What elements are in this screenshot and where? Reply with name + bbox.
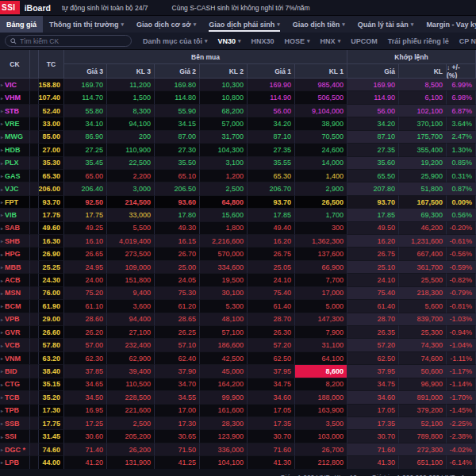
cell-khop-pct[interactable]: -0.82%	[447, 274, 476, 286]
cell-kl1[interactable]: 2,900	[295, 182, 347, 195]
cell-kl1[interactable]: 64,100	[295, 352, 347, 365]
cell-kl1[interactable]: 26,700	[295, 443, 347, 456]
cell-gia1[interactable]: 28.70	[248, 313, 295, 326]
cell-gia1[interactable]: 34.20	[248, 117, 295, 130]
cell-gia3[interactable]: 30.60	[64, 430, 107, 443]
menu-item-3[interactable]: Giao dịch phái sinh▾	[202, 16, 286, 33]
cell-kl3[interactable]: 3,600	[107, 300, 155, 313]
menu-item-2[interactable]: Giao dịch cơ sở▾	[130, 16, 202, 33]
cell-khop-gia[interactable]: 57.20	[347, 339, 399, 351]
ticker-cell[interactable]: ▸TCB	[0, 391, 30, 404]
cell-kl2[interactable]: 5,300	[200, 300, 248, 313]
cell-khop-kl[interactable]: 379,200	[399, 405, 447, 417]
cell-gia1[interactable]: 37.95	[248, 365, 295, 378]
cell-gia2[interactable]: 37.90	[155, 365, 200, 378]
cell-kl3[interactable]: 131,900	[107, 456, 155, 469]
header-ck[interactable]: CK	[0, 50, 30, 79]
ticker-cell[interactable]: ▸VJC	[0, 182, 30, 195]
cell-kl3[interactable]: 62,900	[107, 352, 155, 365]
search-input[interactable]	[20, 37, 126, 45]
cell-khop-pct[interactable]: -1.14%	[447, 378, 476, 391]
cell-khop-kl[interactable]: 361,700	[399, 261, 447, 274]
cell-kl3[interactable]: 109,000	[107, 261, 155, 274]
subheader-3[interactable]: KL 2	[200, 64, 248, 79]
cell-gia2[interactable]: 34.70	[155, 378, 200, 391]
cell-gia3[interactable]: 86.90	[64, 131, 107, 144]
cell-khop-pct[interactable]: -0.81%	[447, 300, 476, 313]
cell-khop-kl[interactable]: 25,500	[399, 274, 447, 286]
cell-kl3[interactable]: 110,900	[107, 144, 155, 156]
cell-kl2[interactable]: 2,500	[200, 182, 248, 195]
row-expand-icon[interactable]: ▸	[1, 278, 3, 283]
cell-gia2[interactable]: 169.80	[155, 79, 200, 91]
cell-kl2[interactable]: 64,800	[200, 196, 248, 209]
cell-khop-kl[interactable]: 355,400	[399, 144, 447, 156]
ticker-cell[interactable]: ▸VCB	[0, 339, 30, 351]
cell-gia3[interactable]: 75.20	[64, 287, 107, 300]
cell-gia2[interactable]: 87.00	[155, 131, 200, 144]
cell-gia2[interactable]: 17.00	[155, 405, 200, 417]
cell-kl3[interactable]: 110,500	[107, 378, 155, 391]
cell-khop-gia[interactable]: 87.10	[347, 131, 399, 144]
row-expand-icon[interactable]: ▸	[1, 147, 3, 152]
cell-gia1[interactable]: 16.20	[248, 235, 295, 248]
cell-gia2[interactable]: 34.15	[155, 117, 200, 130]
ticker-cell[interactable]: ▸VPB	[0, 313, 30, 326]
row-expand-icon[interactable]: ▸	[1, 290, 3, 296]
cell-khop-gia[interactable]: 16.20	[347, 235, 399, 248]
cell-kl2[interactable]: 10,300	[200, 79, 248, 91]
menu-item-5[interactable]: Quản lý tài sản▾	[351, 16, 420, 33]
ticker-cell[interactable]: ▸CTG	[0, 378, 30, 391]
row-expand-icon[interactable]: ▸	[1, 329, 3, 335]
cell-gia3[interactable]: 27.25	[64, 144, 107, 156]
cell-gia2[interactable]: 75.30	[155, 287, 200, 300]
cell-khop-pct[interactable]: -2.38%	[447, 430, 476, 443]
cell-khop-kl[interactable]: 51,800	[399, 182, 447, 195]
cell-gia3[interactable]: 65.00	[64, 170, 107, 182]
tab-vn30[interactable]: VN30▾	[218, 37, 241, 45]
cell-gia2[interactable]: 206.50	[155, 182, 200, 195]
cell-gia2[interactable]: 17.30	[155, 417, 200, 430]
cell-khop-kl[interactable]: 6,100	[399, 91, 447, 104]
cell-gia2[interactable]: 28.65	[155, 313, 200, 326]
cell-khop-pct[interactable]: -0.20%	[447, 222, 476, 235]
cell-gia2[interactable]: 35.50	[155, 157, 200, 170]
cell-khop-pct[interactable]: 0.85%	[447, 157, 476, 170]
row-expand-icon[interactable]: ▸	[1, 134, 3, 140]
cell-kl2[interactable]: 3,100	[200, 157, 248, 170]
row-expand-icon[interactable]: ▸	[1, 238, 3, 244]
ticker-cell[interactable]: ▸MBB	[0, 261, 30, 274]
cell-khop-pct[interactable]: -1.03%	[447, 313, 476, 326]
cell-kl3[interactable]: 205,200	[107, 430, 155, 443]
row-expand-icon[interactable]: ▸	[1, 355, 3, 361]
ticker-cell[interactable]: ▸VHM	[0, 91, 30, 104]
cell-gia2[interactable]: 49.30	[155, 222, 200, 235]
cell-khop-pct[interactable]: 0.31%	[447, 170, 476, 182]
row-expand-icon[interactable]: ▸	[1, 121, 3, 126]
cell-kl2[interactable]: 164,200	[200, 378, 248, 391]
cell-gia1[interactable]: 17.35	[248, 417, 295, 430]
menu-item-6[interactable]: Margin - Vay ký quỹ	[420, 16, 476, 33]
ticker-cell[interactable]: ▸TPB	[0, 405, 30, 417]
cell-kl2[interactable]: 48,100	[200, 313, 248, 326]
cell-khop-gia[interactable]: 17.85	[347, 209, 399, 221]
cell-kl3[interactable]: 94,400	[107, 313, 155, 326]
subheader-2[interactable]: Giá 2	[155, 64, 200, 79]
cell-gia1[interactable]: 17.05	[248, 405, 295, 417]
cell-gia3[interactable]: 26.20	[64, 326, 107, 339]
cell-gia3[interactable]: 34.65	[64, 378, 107, 391]
cell-khop-gia[interactable]: 28.70	[347, 313, 399, 326]
row-expand-icon[interactable]: ▸	[1, 459, 3, 465]
cell-kl2[interactable]: 28,300	[200, 417, 248, 430]
cell-gia1[interactable]: 75.40	[248, 287, 295, 300]
cell-kl1[interactable]: 137,600	[295, 248, 347, 260]
cell-kl2[interactable]: 15,600	[200, 209, 248, 221]
cell-kl3[interactable]: 8,300	[107, 105, 155, 117]
cell-khop-kl[interactable]: 1,231,600	[399, 235, 447, 248]
ticker-cell[interactable]: ▸HPG	[0, 248, 30, 260]
cell-gia2[interactable]: 93.60	[155, 196, 200, 209]
row-expand-icon[interactable]: ▸	[1, 186, 3, 192]
cell-gia3[interactable]: 28.60	[64, 313, 107, 326]
cell-khop-gia[interactable]: 27.35	[347, 144, 399, 156]
cell-gia2[interactable]: 16.15	[155, 235, 200, 248]
